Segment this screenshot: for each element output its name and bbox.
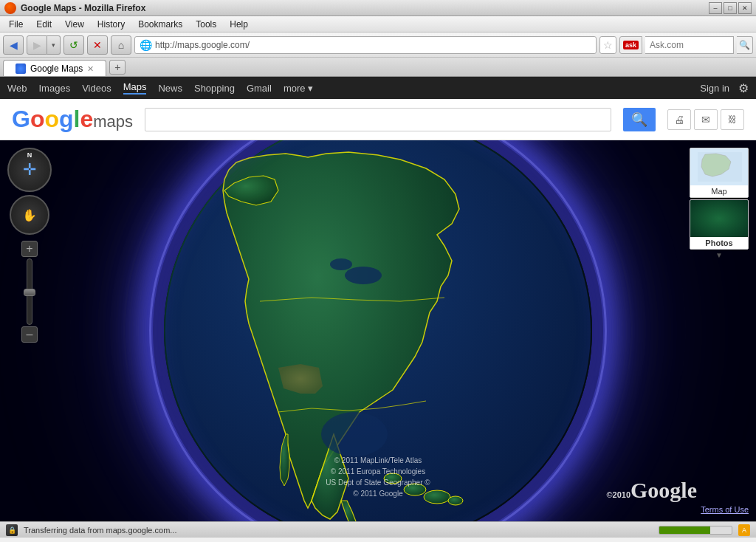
star-button[interactable]: ☆ <box>599 36 616 54</box>
map-type-photos-thumbnail <box>690 200 748 237</box>
email-icon: ✉ <box>701 114 710 126</box>
sign-in-button[interactable]: Sign in <box>700 83 729 94</box>
logo-o2: o <box>44 106 59 132</box>
compass-control[interactable]: N ✛ <box>7 148 52 192</box>
link-icon: ⛓ <box>728 114 737 125</box>
google-bar-more[interactable]: more ▾ <box>284 83 313 94</box>
menu-bar: File Edit View History Bookmarks Tools H… <box>0 16 756 32</box>
title-bar: Google Maps - Mozilla Firefox – □ ✕ <box>0 0 756 16</box>
logo-o1: o <box>30 106 45 132</box>
status-icon: 🔒 <box>6 524 18 536</box>
search-icon: 🔍 <box>631 112 647 128</box>
tab-favicon <box>16 64 26 74</box>
firefox-icon <box>4 2 16 14</box>
ask-logo: ask <box>619 36 642 54</box>
zoom-out-button[interactable]: – <box>21 326 38 343</box>
active-tab[interactable]: Google Maps ✕ <box>3 60 106 76</box>
compass-arrows: ✛ <box>23 162 36 178</box>
map-search-button[interactable]: 🔍 <box>623 108 656 131</box>
tab-title: Google Maps <box>30 64 83 74</box>
addon-icon[interactable]: A <box>738 524 750 536</box>
url-text: http://maps.google.com/ <box>155 40 250 50</box>
google-bar-images[interactable]: Images <box>39 83 71 94</box>
map-type-photos-button[interactable]: Photos <box>690 199 749 250</box>
google-bar-web[interactable]: Web <box>7 83 27 94</box>
menu-file[interactable]: File <box>3 18 29 31</box>
svg-point-5 <box>345 267 382 284</box>
loading-progress-bar <box>659 526 732 535</box>
zoom-track[interactable] <box>27 258 32 325</box>
google-bar-gmail[interactable]: Gmail <box>247 83 272 94</box>
pan-icon: ✋ <box>22 208 37 222</box>
settings-icon[interactable]: ⚙ <box>738 81 749 95</box>
svg-point-3 <box>424 490 450 504</box>
home-button[interactable]: ⌂ <box>111 35 131 55</box>
map-search-input[interactable] <box>145 108 611 131</box>
nav-bar: ◀ ▶ ▾ ↺ ✕ ⌂ 🌐 http://maps.google.com/ ☆ … <box>0 32 756 58</box>
maximize-button[interactable]: □ <box>724 2 737 14</box>
map-type-map-thumbnail <box>690 148 748 185</box>
close-button[interactable]: ✕ <box>738 2 752 14</box>
google-bar-shopping[interactable]: Shopping <box>194 83 235 94</box>
status-bar: 🔒 Transferring data from maps.google.com… <box>0 521 756 538</box>
tab-close-button[interactable]: ✕ <box>87 64 94 74</box>
watermark-copy: ©2010 <box>606 490 630 499</box>
svg-point-6 <box>330 258 352 270</box>
google-bar-news[interactable]: News <box>158 83 182 94</box>
tool-buttons: 🖨 ✉ ⛓ <box>667 109 744 130</box>
back-button[interactable]: ◀ <box>3 35 24 55</box>
svg-point-2 <box>404 484 426 495</box>
title-bar-left: Google Maps - Mozilla Firefox <box>4 2 145 14</box>
tab-bar: Google Maps ✕ + <box>0 58 756 77</box>
ask-brand: ask <box>623 41 639 49</box>
globe-map-svg <box>164 140 592 521</box>
svg-point-1 <box>384 473 402 484</box>
google-bar-right: Sign in ⚙ <box>700 81 749 95</box>
window-controls[interactable]: – □ ✕ <box>709 2 752 14</box>
menu-edit[interactable]: Edit <box>30 18 58 31</box>
lock-icon: 🌐 <box>140 39 152 51</box>
svg-point-7 <box>321 412 388 456</box>
logo-maps-text: maps <box>93 112 133 131</box>
minimize-button[interactable]: – <box>709 2 722 14</box>
zoom-thumb[interactable] <box>24 289 35 296</box>
zoom-slider: + – <box>21 241 38 343</box>
stop-button[interactable]: ✕ <box>87 35 108 55</box>
menu-help[interactable]: Help <box>224 18 254 31</box>
menu-view[interactable]: View <box>59 18 90 31</box>
map-type-map-button[interactable]: Map <box>690 148 749 198</box>
window-title: Google Maps - Mozilla Firefox <box>21 3 145 13</box>
google-bar-maps[interactable]: Maps <box>123 81 147 95</box>
pan-control[interactable]: ✋ <box>10 195 49 235</box>
print-button[interactable]: 🖨 <box>667 109 691 130</box>
link-button[interactable]: ⛓ <box>721 109 744 130</box>
globe <box>164 140 592 521</box>
ask-search-button[interactable]: 🔍 <box>737 36 753 54</box>
map-type-map-label: Map <box>690 185 748 197</box>
map-thumb-svg <box>690 148 749 185</box>
star-icon: ☆ <box>603 39 613 51</box>
logo-g: G <box>12 106 30 132</box>
menu-tools[interactable]: Tools <box>190 18 222 31</box>
terms-of-use-link[interactable]: Terms of Use <box>701 505 749 514</box>
menu-history[interactable]: History <box>92 18 131 31</box>
email-button[interactable]: ✉ <box>694 109 718 130</box>
logo-e: e <box>80 106 93 132</box>
new-tab-button[interactable]: + <box>109 60 126 75</box>
map-container[interactable]: N ✛ ✋ + – Ma <box>0 140 756 521</box>
zoom-in-button[interactable]: + <box>21 241 38 257</box>
reload-button[interactable]: ↺ <box>63 35 84 55</box>
photos-expand-arrow[interactable]: ▼ <box>690 251 749 259</box>
compass-north: N <box>27 151 32 159</box>
google-bar: Web Images Videos Maps News Shopping Gma… <box>0 77 756 99</box>
google-bar-videos[interactable]: Videos <box>82 83 111 94</box>
menu-bookmarks[interactable]: Bookmarks <box>132 18 188 31</box>
svg-point-4 <box>448 496 463 505</box>
logo-text: Google <box>12 106 93 133</box>
forward-dropdown[interactable]: ▾ <box>47 35 61 55</box>
ask-search-input[interactable] <box>645 36 734 54</box>
url-bar[interactable]: 🌐 http://maps.google.com/ <box>134 36 597 54</box>
watermark-text: Google <box>630 478 697 502</box>
forward-button[interactable]: ▶ <box>27 35 47 55</box>
map-type-photos-label: Photos <box>690 237 748 249</box>
